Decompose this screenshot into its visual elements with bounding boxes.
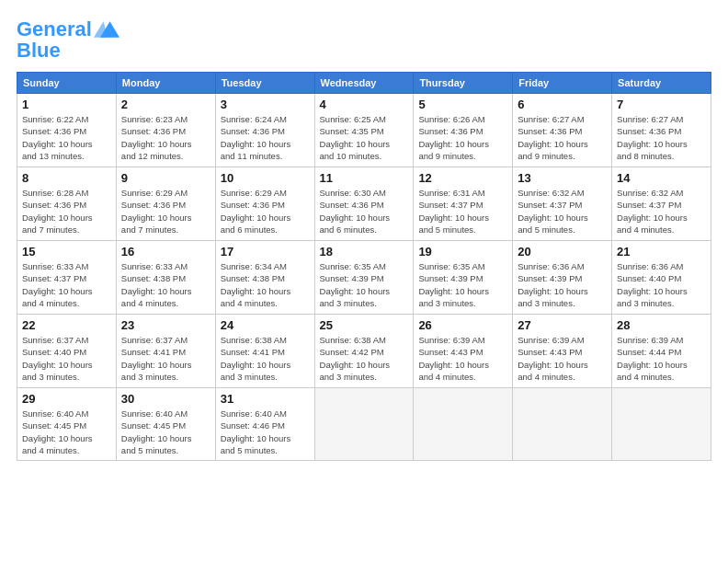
day-info: Sunrise: 6:33 AMSunset: 4:37 PMDaylight:… bbox=[22, 260, 111, 309]
day-info: Sunrise: 6:33 AMSunset: 4:38 PMDaylight:… bbox=[121, 260, 210, 309]
calendar-cell: 31Sunrise: 6:40 AMSunset: 4:46 PMDayligh… bbox=[215, 388, 314, 461]
day-info: Sunrise: 6:36 AMSunset: 4:39 PMDaylight:… bbox=[518, 260, 607, 309]
calendar-cell: 5Sunrise: 6:26 AMSunset: 4:36 PMDaylight… bbox=[414, 94, 513, 167]
calendar: SundayMondayTuesdayWednesdayThursdayFrid… bbox=[17, 72, 711, 461]
day-info: Sunrise: 6:30 AMSunset: 4:36 PMDaylight:… bbox=[320, 187, 409, 236]
logo-icon bbox=[94, 17, 119, 42]
calendar-cell: 10Sunrise: 6:29 AMSunset: 4:36 PMDayligh… bbox=[215, 167, 314, 241]
day-info: Sunrise: 6:27 AMSunset: 4:36 PMDaylight:… bbox=[617, 113, 706, 162]
calendar-cell: 20Sunrise: 6:36 AMSunset: 4:39 PMDayligh… bbox=[513, 241, 612, 315]
day-info: Sunrise: 6:32 AMSunset: 4:37 PMDaylight:… bbox=[518, 187, 607, 236]
calendar-cell: 12Sunrise: 6:31 AMSunset: 4:37 PMDayligh… bbox=[414, 167, 513, 241]
weekday-header: Tuesday bbox=[215, 73, 314, 94]
day-info: Sunrise: 6:31 AMSunset: 4:37 PMDaylight:… bbox=[418, 187, 507, 236]
day-info: Sunrise: 6:29 AMSunset: 4:36 PMDaylight:… bbox=[121, 187, 210, 236]
calendar-cell: 19Sunrise: 6:35 AMSunset: 4:39 PMDayligh… bbox=[414, 241, 513, 315]
day-info: Sunrise: 6:23 AMSunset: 4:36 PMDaylight:… bbox=[121, 113, 210, 162]
day-info: Sunrise: 6:28 AMSunset: 4:36 PMDaylight:… bbox=[22, 187, 111, 236]
day-number: 29 bbox=[22, 392, 111, 406]
day-info: Sunrise: 6:29 AMSunset: 4:36 PMDaylight:… bbox=[221, 187, 310, 236]
day-number: 14 bbox=[617, 171, 706, 185]
day-number: 13 bbox=[518, 171, 607, 185]
weekday-header: Wednesday bbox=[314, 73, 414, 94]
page: General Blue SundayMondayTuesdayWednesda… bbox=[0, 0, 728, 563]
logo: General Blue bbox=[17, 17, 119, 63]
day-info: Sunrise: 6:40 AMSunset: 4:46 PMDaylight:… bbox=[221, 408, 310, 456]
day-number: 6 bbox=[518, 98, 607, 111]
logo-text: General bbox=[17, 18, 92, 40]
calendar-cell: 4Sunrise: 6:25 AMSunset: 4:35 PMDaylight… bbox=[314, 94, 414, 167]
day-info: Sunrise: 6:27 AMSunset: 4:36 PMDaylight:… bbox=[518, 113, 607, 162]
calendar-row: 15Sunrise: 6:33 AMSunset: 4:37 PMDayligh… bbox=[17, 241, 711, 315]
calendar-cell bbox=[513, 388, 612, 461]
calendar-cell: 26Sunrise: 6:39 AMSunset: 4:43 PMDayligh… bbox=[414, 315, 513, 388]
day-number: 26 bbox=[418, 318, 507, 332]
day-number: 3 bbox=[221, 98, 310, 111]
day-number: 15 bbox=[22, 245, 111, 259]
calendar-cell: 29Sunrise: 6:40 AMSunset: 4:45 PMDayligh… bbox=[17, 388, 117, 461]
day-info: Sunrise: 6:40 AMSunset: 4:45 PMDaylight:… bbox=[22, 408, 111, 456]
calendar-row: 22Sunrise: 6:37 AMSunset: 4:40 PMDayligh… bbox=[17, 315, 711, 388]
calendar-cell: 27Sunrise: 6:39 AMSunset: 4:43 PMDayligh… bbox=[513, 315, 612, 388]
calendar-cell: 13Sunrise: 6:32 AMSunset: 4:37 PMDayligh… bbox=[513, 167, 612, 241]
day-number: 21 bbox=[617, 245, 706, 259]
calendar-cell: 11Sunrise: 6:30 AMSunset: 4:36 PMDayligh… bbox=[314, 167, 414, 241]
calendar-cell: 8Sunrise: 6:28 AMSunset: 4:36 PMDaylight… bbox=[17, 167, 117, 241]
weekday-header: Monday bbox=[116, 73, 215, 94]
calendar-cell: 22Sunrise: 6:37 AMSunset: 4:40 PMDayligh… bbox=[17, 315, 117, 388]
calendar-cell: 25Sunrise: 6:38 AMSunset: 4:42 PMDayligh… bbox=[314, 315, 414, 388]
day-number: 11 bbox=[320, 171, 409, 185]
calendar-cell: 21Sunrise: 6:36 AMSunset: 4:40 PMDayligh… bbox=[612, 241, 711, 315]
day-info: Sunrise: 6:35 AMSunset: 4:39 PMDaylight:… bbox=[418, 260, 507, 309]
day-info: Sunrise: 6:25 AMSunset: 4:35 PMDaylight:… bbox=[320, 113, 409, 162]
day-number: 30 bbox=[121, 392, 210, 406]
calendar-cell: 16Sunrise: 6:33 AMSunset: 4:38 PMDayligh… bbox=[116, 241, 215, 315]
header-row: SundayMondayTuesdayWednesdayThursdayFrid… bbox=[17, 73, 711, 94]
calendar-cell: 28Sunrise: 6:39 AMSunset: 4:44 PMDayligh… bbox=[612, 315, 711, 388]
weekday-header: Friday bbox=[513, 73, 612, 94]
weekday-header: Saturday bbox=[612, 73, 711, 94]
day-info: Sunrise: 6:40 AMSunset: 4:45 PMDaylight:… bbox=[121, 408, 210, 456]
calendar-row: 29Sunrise: 6:40 AMSunset: 4:45 PMDayligh… bbox=[17, 388, 711, 461]
day-number: 17 bbox=[221, 245, 310, 259]
day-info: Sunrise: 6:34 AMSunset: 4:38 PMDaylight:… bbox=[221, 260, 310, 309]
day-number: 1 bbox=[22, 98, 111, 111]
day-number: 7 bbox=[617, 98, 706, 111]
day-number: 9 bbox=[121, 171, 210, 185]
calendar-cell: 3Sunrise: 6:24 AMSunset: 4:36 PMDaylight… bbox=[215, 94, 314, 167]
day-number: 28 bbox=[617, 318, 706, 332]
day-number: 31 bbox=[221, 392, 310, 406]
calendar-cell: 24Sunrise: 6:38 AMSunset: 4:41 PMDayligh… bbox=[215, 315, 314, 388]
day-number: 20 bbox=[518, 245, 607, 259]
calendar-cell: 1Sunrise: 6:22 AMSunset: 4:36 PMDaylight… bbox=[17, 94, 117, 167]
day-info: Sunrise: 6:38 AMSunset: 4:42 PMDaylight:… bbox=[320, 334, 409, 383]
day-number: 25 bbox=[320, 318, 409, 332]
day-info: Sunrise: 6:35 AMSunset: 4:39 PMDaylight:… bbox=[320, 260, 409, 309]
day-number: 19 bbox=[418, 245, 507, 259]
day-number: 2 bbox=[121, 98, 210, 111]
day-number: 22 bbox=[22, 318, 111, 332]
calendar-cell: 9Sunrise: 6:29 AMSunset: 4:36 PMDaylight… bbox=[116, 167, 215, 241]
day-info: Sunrise: 6:39 AMSunset: 4:43 PMDaylight:… bbox=[518, 334, 607, 383]
day-number: 18 bbox=[320, 245, 409, 259]
day-number: 5 bbox=[418, 98, 507, 111]
calendar-cell bbox=[314, 388, 414, 461]
day-info: Sunrise: 6:38 AMSunset: 4:41 PMDaylight:… bbox=[221, 334, 310, 383]
header: General Blue bbox=[17, 17, 711, 63]
weekday-header: Sunday bbox=[17, 73, 117, 94]
day-info: Sunrise: 6:37 AMSunset: 4:40 PMDaylight:… bbox=[22, 334, 111, 383]
day-number: 4 bbox=[320, 98, 409, 111]
calendar-cell: 14Sunrise: 6:32 AMSunset: 4:37 PMDayligh… bbox=[612, 167, 711, 241]
day-info: Sunrise: 6:32 AMSunset: 4:37 PMDaylight:… bbox=[617, 187, 706, 236]
day-info: Sunrise: 6:24 AMSunset: 4:36 PMDaylight:… bbox=[221, 113, 310, 162]
calendar-cell: 30Sunrise: 6:40 AMSunset: 4:45 PMDayligh… bbox=[116, 388, 215, 461]
calendar-cell: 18Sunrise: 6:35 AMSunset: 4:39 PMDayligh… bbox=[314, 241, 414, 315]
day-number: 27 bbox=[518, 318, 607, 332]
calendar-row: 1Sunrise: 6:22 AMSunset: 4:36 PMDaylight… bbox=[17, 94, 711, 167]
day-number: 23 bbox=[121, 318, 210, 332]
day-number: 24 bbox=[221, 318, 310, 332]
day-info: Sunrise: 6:26 AMSunset: 4:36 PMDaylight:… bbox=[418, 113, 507, 162]
calendar-cell: 2Sunrise: 6:23 AMSunset: 4:36 PMDaylight… bbox=[116, 94, 215, 167]
calendar-cell: 23Sunrise: 6:37 AMSunset: 4:41 PMDayligh… bbox=[116, 315, 215, 388]
day-info: Sunrise: 6:39 AMSunset: 4:43 PMDaylight:… bbox=[418, 334, 507, 383]
